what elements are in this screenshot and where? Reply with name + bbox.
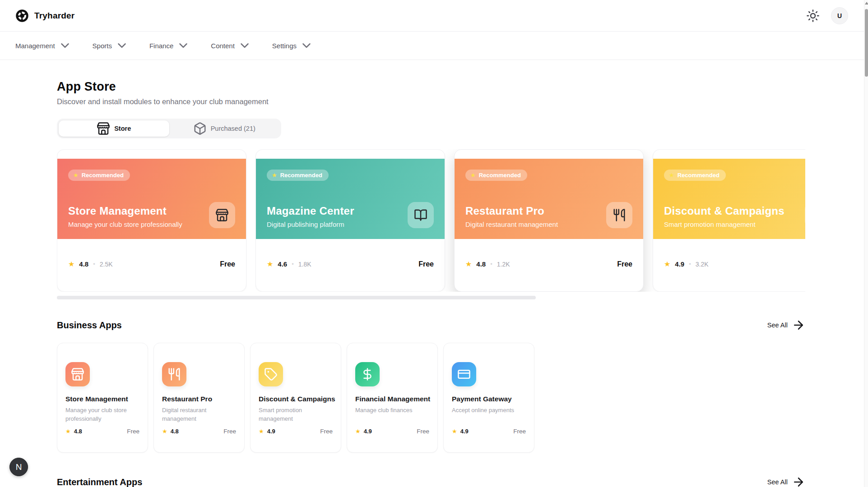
nav-label: Finance: [149, 42, 173, 50]
brand-logo-icon: [15, 9, 29, 23]
app-description: Manage club finances: [355, 406, 429, 423]
app-description: Manage your club store professionally: [65, 406, 139, 423]
see-all-business-button[interactable]: See All: [767, 318, 805, 332]
app-tagline: Digital publishing platform: [267, 221, 354, 228]
scrollbar-up-arrow[interactable]: [865, 2, 868, 5]
see-all-label: See All: [767, 478, 788, 486]
rating-value: 4.9: [267, 428, 275, 435]
app-card-financial-management[interactable]: Financial Management Manage club finance…: [347, 343, 438, 453]
dev-badge-letter: N: [16, 462, 22, 472]
price-label: Free: [220, 260, 235, 268]
section-title: Business Apps: [57, 320, 122, 331]
review-count: 1.2K: [497, 261, 510, 268]
tab-purchased[interactable]: Purchased (21): [169, 120, 280, 137]
nav-label: Sports: [93, 42, 112, 50]
app-description: Accept online payments: [452, 406, 526, 423]
nav-item-sports[interactable]: Sports: [93, 39, 129, 52]
featured-banner: ★ Recommended Discount & Campaigns Smart…: [653, 159, 805, 239]
recommended-badge: ★ Recommended: [664, 170, 726, 181]
badge-label: Recommended: [82, 172, 124, 179]
tab-store[interactable]: Store: [59, 120, 169, 137]
nav-label: Settings: [272, 42, 297, 50]
app-tagline: Smart promotion management: [664, 221, 784, 228]
section-title: Entertainment Apps: [57, 477, 142, 487]
vertical-scrollbar[interactable]: [864, 0, 868, 487]
rating: ★ 4.6 • 1.8K: [267, 260, 311, 268]
chevron-down-icon: [300, 39, 313, 52]
dev-overlay-button[interactable]: N: [9, 458, 28, 476]
app-name: Restaurant Pro: [162, 395, 236, 403]
star-icon: ★: [73, 172, 79, 179]
price-label: Free: [617, 260, 632, 268]
star-icon: ★: [259, 428, 264, 435]
featured-card-discount-campaigns[interactable]: ★ Recommended Discount & Campaigns Smart…: [653, 149, 805, 292]
rating: ★ 4.8 • 1.2K: [465, 260, 510, 268]
rating-value: 4.8: [476, 260, 486, 268]
app-name: Discount & Campaigns: [259, 395, 333, 403]
vertical-scrollbar-thumb[interactable]: [865, 9, 868, 77]
featured-card-magazine-center[interactable]: ★ Recommended Magazine Center Digital pu…: [255, 149, 445, 292]
utensils-icon: [162, 362, 186, 386]
theme-toggle-button[interactable]: [805, 8, 821, 24]
rating: ★ 4.8: [162, 428, 179, 435]
brand-name: Tryharder: [34, 11, 74, 21]
dot-separator: •: [490, 261, 492, 267]
star-icon: ★: [272, 172, 277, 179]
chevron-down-icon: [176, 39, 190, 52]
app-name: Store Management: [65, 395, 139, 403]
star-icon: ★: [452, 428, 457, 435]
app-card-payment-gateway[interactable]: Payment Gateway Accept online payments ★…: [443, 343, 534, 453]
rating: ★ 4.9 • 3.2K: [664, 260, 709, 268]
tag-icon: [259, 362, 283, 386]
rating: ★ 4.8 • 2.5K: [68, 260, 113, 268]
tag-icon: [805, 202, 805, 228]
star-icon: ★: [65, 428, 71, 435]
section-entertainment-apps: Entertainment Apps See All: [57, 475, 805, 487]
chevron-down-icon: [58, 39, 72, 52]
dot-separator: •: [689, 261, 691, 267]
star-icon: ★: [267, 260, 273, 268]
see-all-entertainment-button[interactable]: See All: [767, 475, 805, 487]
nav-label: Content: [211, 42, 235, 50]
nav-item-settings[interactable]: Settings: [272, 39, 313, 52]
badge-label: Recommended: [678, 172, 719, 179]
utensils-icon: [606, 202, 632, 228]
review-count: 1.8K: [298, 261, 311, 268]
star-icon: ★: [470, 172, 476, 179]
section-business-apps: Business Apps See All Store Management M…: [57, 318, 805, 453]
app-card-store-management[interactable]: Store Management Manage your club store …: [57, 343, 148, 453]
nav-item-finance[interactable]: Finance: [149, 39, 190, 52]
nav-item-management[interactable]: Management: [15, 39, 72, 52]
rating-value: 4.8: [171, 428, 179, 435]
tab-label: Store: [114, 125, 131, 132]
arrow-right-icon: [792, 318, 805, 332]
app-name: Magazine Center: [267, 205, 354, 217]
featured-card-store-management[interactable]: ★ Recommended Store Management Manage yo…: [57, 149, 246, 292]
package-icon: [193, 122, 207, 135]
badge-label: Recommended: [280, 172, 322, 179]
nav-item-content[interactable]: Content: [211, 39, 251, 52]
app-card-discount-campaigns[interactable]: Discount & Campaigns Smart promotion man…: [250, 343, 341, 453]
store-tabs: Store Purchased (21): [57, 119, 281, 138]
star-icon: ★: [465, 260, 472, 268]
featured-carousel: ★ Recommended Store Management Manage yo…: [57, 149, 805, 292]
tab-label: Purchased (21): [211, 125, 255, 132]
featured-banner: ★ Recommended Magazine Center Digital pu…: [256, 159, 445, 239]
app-card-restaurant-pro[interactable]: Restaurant Pro Digital restaurant manage…: [153, 343, 245, 453]
featured-banner: ★ Recommended Restaurant Pro Digital res…: [455, 159, 643, 239]
star-icon: ★: [664, 260, 670, 268]
avatar-initial: U: [837, 12, 842, 19]
rating: ★ 4.9: [259, 428, 275, 435]
price-label: Free: [320, 428, 333, 435]
user-avatar[interactable]: U: [831, 7, 848, 24]
app-tagline: Manage your club store professionally: [68, 221, 182, 228]
carousel-scrollbar-thumb[interactable]: [57, 296, 536, 299]
recommended-badge: ★ Recommended: [465, 170, 527, 181]
featured-card-restaurant-pro[interactable]: ★ Recommended Restaurant Pro Digital res…: [454, 149, 644, 292]
rating-value: 4.9: [675, 260, 684, 268]
price-label: Free: [418, 260, 434, 268]
arrow-right-icon: [792, 475, 805, 487]
page-title: App Store: [57, 80, 805, 94]
app-name: Discount & Campaigns: [664, 205, 784, 217]
star-icon: ★: [162, 428, 167, 435]
